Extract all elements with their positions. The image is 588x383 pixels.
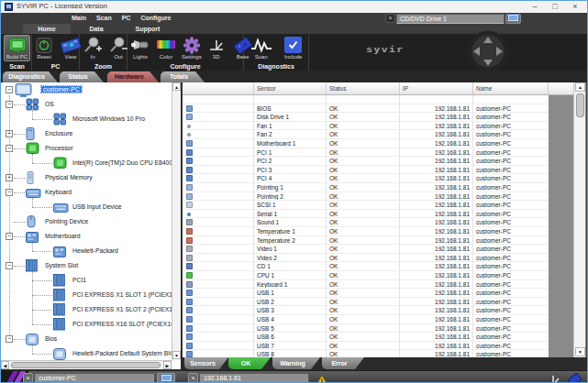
tree-node-label[interactable]: Motherboard — [45, 233, 81, 239]
table-row[interactable]: Serial 1OK192.168.1.81customer-PC — [183, 210, 549, 219]
close-button[interactable]: × — [565, 1, 585, 13]
ip-field[interactable]: 192.168.1.81 — [199, 373, 309, 383]
tree-node-label[interactable]: Intel(R) Core(TM)2 Duo CPU E8400 @ 3.0 — [72, 159, 172, 166]
tree-node-label[interactable]: PCI1 — [72, 277, 86, 283]
table-row[interactable]: Motherboard 1OK192.168.1.81customer-PC — [183, 139, 549, 148]
tree-row[interactable]: PCI1 — [1, 273, 172, 288]
tree-collapse-box[interactable]: − — [6, 233, 13, 240]
menu-item-configure[interactable]: Configure — [140, 13, 171, 24]
minimize-button[interactable]: – — [525, 1, 545, 13]
tree-row[interactable]: PCI EXPRESS X1 SLOT 2 (PCIEX1 2) — [1, 302, 172, 317]
tree-node-label[interactable]: Processor — [45, 145, 73, 151]
tree-row[interactable]: −Processor — [1, 141, 172, 156]
column-header-sensor[interactable]: Sensor — [254, 82, 327, 94]
table-row[interactable]: USB 1OK192.168.1.81customer-PC — [183, 289, 549, 298]
ribbon-tab-home[interactable]: Home — [23, 24, 71, 34]
table-row[interactable]: Video 2OK192.168.1.81customer-PC — [183, 254, 549, 263]
tree-node-label[interactable]: Microsoft Windows 10 Pro — [72, 115, 145, 122]
bottom-tab-ok[interactable]: OK — [228, 357, 271, 369]
view-tab-hardware[interactable]: Hardware — [107, 71, 159, 82]
tree-node-label[interactable]: Pointing Device — [45, 218, 88, 224]
table-row[interactable]: Disk Drive 1OK192.168.1.81customer-PC — [183, 113, 549, 122]
view-tab-totals[interactable]: Totals — [161, 71, 205, 82]
table-row[interactable]: PCI 4OK192.168.1.81customer-PC — [183, 174, 549, 183]
table-row[interactable]: Video 1OK192.168.1.81customer-PC — [183, 245, 549, 254]
tree-collapse-box[interactable]: − — [6, 101, 13, 108]
tree-horizontal-scrollbar[interactable]: ◀▶ — [1, 360, 172, 369]
table-vertical-scrollbar[interactable]: ▲▼ — [573, 82, 585, 357]
ip-close-button[interactable]: × — [188, 373, 198, 383]
tree-row[interactable]: Intel(R) Core(TM)2 Duo CPU E8400 @ 3.0 — [1, 156, 172, 170]
table-row[interactable]: Sound 1OK192.168.1.81customer-PC — [183, 218, 549, 227]
tree-node-label[interactable]: Hewlett-Packard — [72, 247, 118, 254]
column-header-icon[interactable] — [183, 82, 254, 94]
ribbon-button-reset[interactable]: Reset — [32, 35, 56, 61]
tree-row[interactable]: PCI EXPRESS X16 SLOT (PCIEX16) — [1, 317, 172, 332]
view-tab-diagnostics[interactable]: Diagnostics — [3, 71, 58, 82]
tree-vertical-scrollbar[interactable]: ▲▼ — [172, 82, 181, 360]
table-row[interactable]: PCI 3OK192.168.1.81customer-PC — [183, 166, 549, 175]
ribbon-button-3d[interactable]: 3D — [205, 35, 228, 61]
table-row[interactable]: Fan 2OK192.168.1.81customer-PC — [183, 130, 549, 139]
tree-row[interactable]: −customer-PC — [1, 82, 172, 97]
ribbon-button-color[interactable]: Color — [153, 35, 179, 61]
tree-collapse-box[interactable]: − — [6, 145, 13, 152]
column-header-ip[interactable]: IP — [400, 82, 473, 94]
tree-node-label[interactable]: Keyboard — [45, 189, 72, 195]
ribbon-button-include[interactable]: Include — [282, 35, 305, 61]
scroll-thumb[interactable] — [11, 362, 161, 368]
tree-row[interactable]: −Bios — [1, 332, 172, 346]
scroll-up-button[interactable]: ▲ — [172, 82, 181, 91]
menu-item-pc[interactable]: PC — [122, 13, 131, 24]
tree-expand-box[interactable]: + — [6, 174, 13, 181]
scroll-thumb[interactable] — [576, 93, 584, 117]
tree-node-label[interactable]: Enclosure — [45, 130, 72, 137]
tree-row[interactable]: Pointing Device — [1, 214, 172, 229]
bottom-tab-sensors[interactable]: Sensors — [184, 357, 228, 369]
table-row[interactable]: USB 3OK192.168.1.81customer-PC — [183, 306, 549, 315]
tree-row[interactable]: USB Input Device — [1, 200, 172, 214]
tree-node-label[interactable]: Physical Memory — [45, 174, 93, 181]
ribbon-tab-data[interactable]: Data — [72, 24, 120, 34]
tree-node-label[interactable]: customer-PC — [41, 86, 82, 93]
ribbon-button-build-pc[interactable]: Build PC — [4, 35, 30, 61]
scroll-up-button[interactable]: ▲ — [575, 82, 585, 92]
tree-node-label[interactable]: PCI EXPRESS X1 SLOT 2 (PCIEX1 2) — [72, 306, 172, 312]
maximize-button[interactable]: □ — [545, 1, 565, 13]
tree-row[interactable]: Hewlett-Packard Default System BIOS — [1, 346, 172, 360]
tree-row[interactable]: −Keyboard — [1, 185, 172, 200]
table-row[interactable]: CPU 1OK192.168.1.81customer-PC — [183, 271, 549, 280]
table-row[interactable]: USB 7OK192.168.1.81customer-PC — [183, 342, 549, 351]
tree-collapse-box[interactable]: − — [6, 262, 13, 269]
table-row[interactable]: Keyboard 1OK192.168.1.81customer-PC — [183, 280, 549, 290]
device-close-button[interactable]: × — [385, 14, 395, 23]
dpad-control[interactable] — [467, 30, 509, 76]
column-header-name[interactable]: Name — [473, 82, 549, 94]
ribbon-button-lights[interactable]: Lights — [128, 35, 153, 61]
tree-expand-box[interactable]: + — [6, 130, 13, 137]
table-row[interactable]: SCSI 1OK192.168.1.81customer-PC — [183, 201, 549, 210]
ribbon-button-scan[interactable]: Scan — [248, 35, 275, 61]
bottom-tab-error[interactable]: Error — [322, 357, 364, 369]
tree-row[interactable]: −OS — [1, 97, 172, 112]
menu-item-scan[interactable]: Scan — [96, 13, 112, 24]
menu-item-main[interactable]: Main — [72, 13, 86, 24]
table-row[interactable]: PCI 1OK192.168.1.81customer-PC — [183, 148, 549, 158]
table-row[interactable]: Pointing 1OK192.168.1.81customer-PC — [183, 183, 549, 192]
scroll-down-button[interactable]: ▼ — [575, 347, 585, 356]
host-close-button[interactable]: × — [23, 373, 33, 383]
tree-node-label[interactable]: PCI EXPRESS X16 SLOT (PCIEX16) — [72, 321, 172, 327]
scroll-down-button[interactable]: ▼ — [172, 351, 181, 359]
table-row[interactable]: USB 5OK192.168.1.81customer-PC — [183, 324, 549, 334]
view-tab-status[interactable]: Status — [60, 71, 104, 82]
table-row[interactable]: USB 2OK192.168.1.81customer-PC — [183, 298, 549, 307]
scroll-left-button[interactable]: ◀ — [1, 361, 9, 369]
table-row[interactable]: PCI 2OK192.168.1.81customer-PC — [183, 157, 549, 166]
tree-row[interactable]: +Physical Memory — [1, 170, 172, 185]
tree-row[interactable]: −Motherboard — [1, 229, 172, 244]
bottom-tab-warning[interactable]: Warning — [272, 357, 320, 369]
table-row[interactable]: USB 6OK192.168.1.81customer-PC — [183, 333, 549, 342]
table-row[interactable]: Fan 1OK192.168.1.81customer-PC — [183, 122, 549, 131]
table-row[interactable]: CD 1OK192.168.1.81customer-PC — [183, 262, 549, 271]
table-row[interactable]: Temperature 2OK192.168.1.81customer-PC — [183, 236, 549, 246]
